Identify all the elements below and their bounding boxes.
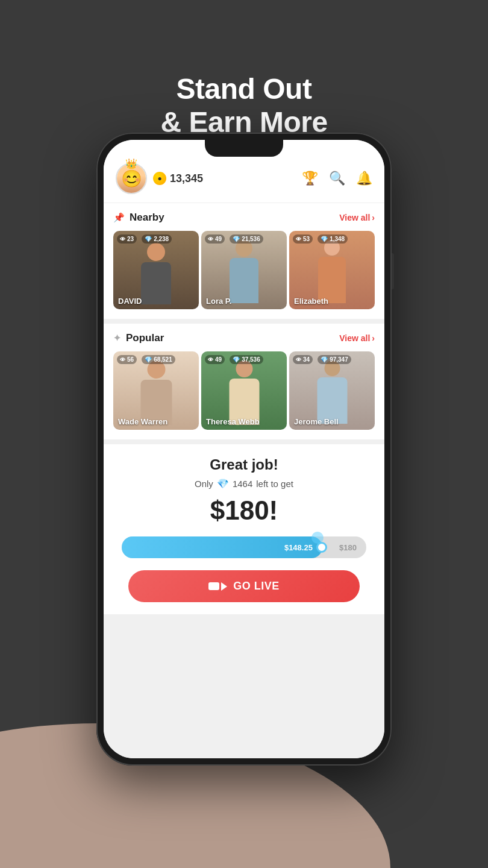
header-left: 👑 😊 ● 13,345 — [116, 163, 203, 194]
earnings-title: Great job! — [116, 456, 372, 473]
subtitle-amount: 1464 — [233, 479, 252, 489]
nearby-view-all-button[interactable]: View all › — [339, 213, 375, 222]
diamond-icon: 💎 — [233, 236, 240, 242]
diamond-icon: 💎 — [145, 356, 152, 363]
progress-current-label: $148.25 — [284, 543, 313, 552]
david-stats: 👁 23 💎 2,238 — [117, 234, 172, 244]
elizabeth-name: Elizabeth — [294, 297, 328, 306]
popular-title: ✦ Popular — [113, 332, 164, 344]
eye-icon: 👁 — [208, 357, 213, 363]
nearby-label: Nearby — [130, 212, 164, 224]
elizabeth-stats: 👁 53 💎 1,348 — [293, 234, 348, 244]
nearby-title: 📌 Nearby — [113, 212, 164, 224]
wade-stats: 👁 56 💎 68,521 — [117, 355, 175, 364]
nearby-card-2[interactable]: 👁 53 💎 1,348 Elizabeth — [289, 231, 375, 309]
phone-frame: 👑 😊 ● 13,345 🏆 🔍 🔔 — [96, 133, 392, 766]
lora-stats: 👁 49 💎 21,536 — [205, 234, 263, 244]
jerome-views: 👁 34 — [293, 355, 313, 364]
jerome-diamonds: 💎 97,347 — [318, 355, 351, 364]
eye-icon: 👁 — [296, 236, 301, 242]
pin-icon: 📌 — [113, 212, 125, 223]
balance-amount: 13,345 — [170, 172, 203, 185]
coin-balance: ● 13,345 — [153, 172, 203, 185]
progress-fill: $148.25 — [122, 536, 322, 558]
popular-view-all-label: View all — [339, 333, 370, 343]
video-rect — [208, 582, 219, 590]
nearby-card-0[interactable]: 👁 23 💎 2,238 DAVID — [113, 231, 199, 309]
go-live-label: GO LIVE — [233, 580, 280, 593]
side-button — [392, 253, 394, 289]
progress-thumb — [316, 542, 327, 553]
lora-views: 👁 49 — [205, 234, 225, 244]
popular-section: ✦ Popular View all › — [104, 324, 384, 439]
theresa-views: 👁 49 — [205, 355, 225, 364]
theresa-diamonds: 💎 37,536 — [230, 355, 263, 364]
search-icon[interactable]: 🔍 — [329, 171, 345, 186]
theresa-name: Theresa Webb — [206, 417, 260, 426]
wade-name: Wade Warren — [118, 417, 167, 426]
diamond-inline-icon: 💎 — [217, 478, 229, 489]
phone-screen: 👑 😊 ● 13,345 🏆 🔍 🔔 — [104, 140, 384, 758]
notch — [205, 140, 283, 157]
lora-name: Lora P. — [206, 297, 231, 306]
trophy-icon[interactable]: 🏆 — [302, 171, 318, 186]
nearby-thumbnails: 👁 23 💎 2,238 DAVID — [113, 231, 375, 309]
bell-icon[interactable]: 🔔 — [356, 171, 372, 186]
progress-bar: $148.25 $180 — [122, 536, 366, 558]
phone-wrapper: 👑 😊 ● 13,345 🏆 🔍 🔔 — [96, 133, 392, 784]
theresa-stats: 👁 49 💎 37,536 — [205, 355, 263, 364]
eye-icon: 👁 — [120, 236, 125, 242]
headline-line1: Stand Out — [177, 73, 312, 105]
popular-thumbnails: 👁 56 💎 68,521 Wade Warren — [113, 351, 375, 430]
person-david — [138, 243, 174, 309]
popular-card-2[interactable]: 👁 34 💎 97,347 Jerome Bell — [289, 351, 375, 430]
video-camera-icon — [208, 582, 227, 591]
jerome-name: Jerome Bell — [294, 417, 339, 426]
jerome-stats: 👁 34 💎 97,347 — [293, 355, 351, 364]
go-live-button[interactable]: GO LIVE — [128, 570, 359, 602]
wade-views: 👁 56 — [117, 355, 137, 364]
video-triangle — [221, 582, 227, 591]
earnings-amount: $180! — [116, 495, 372, 526]
eye-icon: 👁 — [296, 357, 301, 363]
elizabeth-diamonds: 💎 1,348 — [318, 234, 348, 244]
nearby-card-1[interactable]: 👁 49 💎 21,536 Lora P. — [201, 231, 287, 309]
david-diamonds: 💎 2,238 — [142, 234, 172, 244]
popular-header: ✦ Popular View all › — [113, 332, 375, 344]
popular-card-0[interactable]: 👁 56 💎 68,521 Wade Warren — [113, 351, 199, 430]
eye-icon: 👁 — [208, 236, 213, 242]
nearby-header: 📌 Nearby View all › — [113, 212, 375, 224]
eye-icon: 👁 — [120, 357, 125, 363]
elizabeth-views: 👁 53 — [293, 234, 313, 244]
subtitle-prefix: Only — [195, 479, 213, 489]
chevron-right-icon: › — [372, 213, 375, 222]
coin-icon: ● — [153, 172, 166, 185]
chevron-right-icon: › — [372, 333, 375, 343]
wade-diamonds: 💎 68,521 — [142, 355, 175, 364]
nearby-view-all-label: View all — [339, 213, 370, 222]
avatar-container[interactable]: 👑 😊 — [116, 163, 147, 194]
crown-badge: 👑 — [125, 158, 137, 169]
earnings-subtitle: Only 💎 1464 left to get — [116, 478, 372, 489]
star-icon: ✦ — [113, 333, 121, 344]
david-name: DAVID — [118, 297, 142, 306]
lora-diamonds: 💎 21,536 — [230, 234, 263, 244]
diamond-icon: 💎 — [321, 356, 328, 363]
diamond-icon: 💎 — [321, 236, 328, 242]
popular-card-1[interactable]: 👁 49 💎 37,536 Theresa Webb — [201, 351, 287, 430]
subtitle-suffix: left to get — [256, 479, 293, 489]
popular-label: Popular — [126, 332, 164, 344]
scroll-content: 📌 Nearby View all › — [104, 203, 384, 758]
popular-view-all-button[interactable]: View all › — [339, 333, 375, 343]
david-views: 👁 23 — [117, 234, 137, 244]
diamond-icon: 💎 — [233, 356, 240, 363]
progress-target-label: $180 — [339, 543, 357, 552]
header-icons: 🏆 🔍 🔔 — [302, 171, 372, 186]
nearby-section: 📌 Nearby View all › — [104, 203, 384, 319]
diamond-icon: 💎 — [145, 236, 152, 242]
earnings-section: Great job! Only 💎 1464 left to get $180!… — [104, 444, 384, 614]
